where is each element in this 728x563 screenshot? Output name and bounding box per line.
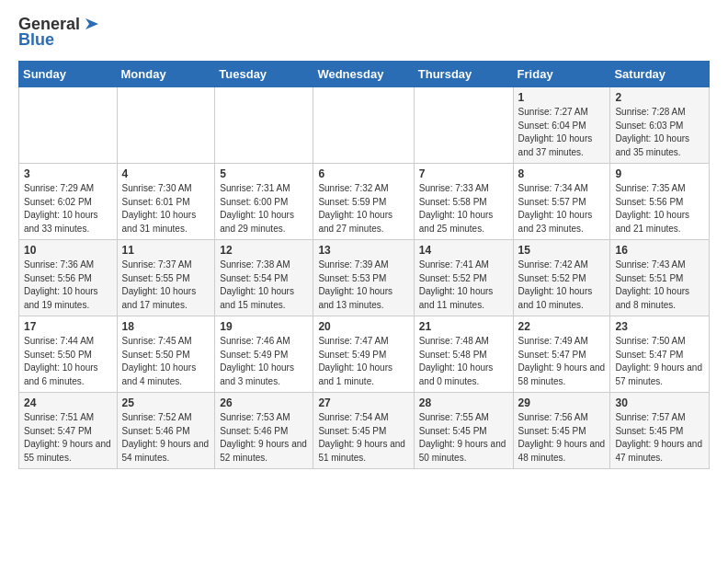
calendar-header-sunday: Sunday [19,62,118,87]
calendar-cell: 19Sunrise: 7:46 AM Sunset: 5:49 PM Dayli… [215,316,313,393]
day-info: Sunrise: 7:51 AM Sunset: 5:47 PM Dayligh… [24,411,112,465]
day-info: Sunrise: 7:35 AM Sunset: 5:56 PM Dayligh… [615,182,704,236]
day-info: Sunrise: 7:54 AM Sunset: 5:45 PM Dayligh… [318,411,408,465]
calendar-cell [19,87,118,164]
day-number: 9 [615,167,704,180]
calendar-header-friday: Friday [513,62,610,87]
calendar-header-saturday: Saturday [610,62,710,87]
calendar-cell: 16Sunrise: 7:43 AM Sunset: 5:51 PM Dayli… [610,240,710,316]
day-info: Sunrise: 7:43 AM Sunset: 5:51 PM Dayligh… [615,259,704,312]
calendar-week-row: 3Sunrise: 7:29 AM Sunset: 6:02 PM Daylig… [19,164,710,240]
day-info: Sunrise: 7:44 AM Sunset: 5:50 PM Dayligh… [24,335,112,388]
day-info: Sunrise: 7:53 AM Sunset: 5:46 PM Dayligh… [220,411,308,465]
day-info: Sunrise: 7:41 AM Sunset: 5:52 PM Dayligh… [419,259,508,312]
header: General Blue [18,15,710,50]
day-number: 29 [518,396,606,409]
day-number: 26 [220,396,308,409]
day-info: Sunrise: 7:56 AM Sunset: 5:45 PM Dayligh… [518,411,606,465]
calendar-week-row: 17Sunrise: 7:44 AM Sunset: 5:50 PM Dayli… [19,316,710,393]
calendar-cell: 17Sunrise: 7:44 AM Sunset: 5:50 PM Dayli… [19,316,118,393]
day-number: 28 [419,396,508,409]
svg-marker-0 [85,18,98,29]
calendar-cell: 4Sunrise: 7:30 AM Sunset: 6:01 PM Daylig… [117,164,215,240]
calendar-cell: 15Sunrise: 7:42 AM Sunset: 5:52 PM Dayli… [513,240,610,316]
calendar-header-monday: Monday [117,62,215,87]
day-number: 6 [318,167,408,180]
day-info: Sunrise: 7:32 AM Sunset: 5:59 PM Dayligh… [318,182,408,236]
day-info: Sunrise: 7:38 AM Sunset: 5:54 PM Dayligh… [220,259,308,312]
calendar-cell: 29Sunrise: 7:56 AM Sunset: 5:45 PM Dayli… [513,393,610,469]
logo: General Blue [18,15,102,50]
day-info: Sunrise: 7:39 AM Sunset: 5:53 PM Dayligh… [318,259,408,312]
day-info: Sunrise: 7:28 AM Sunset: 6:03 PM Dayligh… [615,106,704,159]
calendar-header-tuesday: Tuesday [215,62,313,87]
logo-blue-text: Blue [18,30,54,50]
day-number: 4 [122,167,210,180]
day-number: 27 [318,396,408,409]
calendar-cell: 21Sunrise: 7:48 AM Sunset: 5:48 PM Dayli… [414,316,513,393]
day-info: Sunrise: 7:55 AM Sunset: 5:45 PM Dayligh… [419,411,508,465]
calendar-cell: 2Sunrise: 7:28 AM Sunset: 6:03 PM Daylig… [610,87,710,164]
day-info: Sunrise: 7:42 AM Sunset: 5:52 PM Dayligh… [518,259,606,312]
day-info: Sunrise: 7:30 AM Sunset: 6:01 PM Dayligh… [122,182,210,236]
day-info: Sunrise: 7:57 AM Sunset: 5:45 PM Dayligh… [615,411,704,465]
calendar-cell: 18Sunrise: 7:45 AM Sunset: 5:50 PM Dayli… [117,316,215,393]
calendar-cell: 9Sunrise: 7:35 AM Sunset: 5:56 PM Daylig… [610,164,710,240]
calendar-cell: 1Sunrise: 7:27 AM Sunset: 6:04 PM Daylig… [513,87,610,164]
day-info: Sunrise: 7:36 AM Sunset: 5:56 PM Dayligh… [24,259,112,312]
day-number: 13 [318,244,408,257]
day-number: 30 [615,396,704,409]
calendar-cell: 5Sunrise: 7:31 AM Sunset: 6:00 PM Daylig… [215,164,313,240]
day-number: 24 [24,396,112,409]
day-info: Sunrise: 7:52 AM Sunset: 5:46 PM Dayligh… [122,411,210,465]
day-info: Sunrise: 7:29 AM Sunset: 6:02 PM Dayligh… [24,182,112,236]
calendar-week-row: 24Sunrise: 7:51 AM Sunset: 5:47 PM Dayli… [19,393,710,469]
day-number: 21 [419,320,508,333]
calendar-cell: 27Sunrise: 7:54 AM Sunset: 5:45 PM Dayli… [313,393,414,469]
day-info: Sunrise: 7:45 AM Sunset: 5:50 PM Dayligh… [122,335,210,388]
day-number: 10 [24,244,112,257]
day-info: Sunrise: 7:33 AM Sunset: 5:58 PM Dayligh… [419,182,508,236]
calendar-cell: 10Sunrise: 7:36 AM Sunset: 5:56 PM Dayli… [19,240,118,316]
day-info: Sunrise: 7:50 AM Sunset: 5:47 PM Dayligh… [615,335,704,388]
calendar-cell [117,87,215,164]
calendar-cell: 28Sunrise: 7:55 AM Sunset: 5:45 PM Dayli… [414,393,513,469]
day-info: Sunrise: 7:31 AM Sunset: 6:00 PM Dayligh… [220,182,308,236]
calendar-cell: 13Sunrise: 7:39 AM Sunset: 5:53 PM Dayli… [313,240,414,316]
day-number: 2 [615,91,704,104]
calendar-table: SundayMondayTuesdayWednesdayThursdayFrid… [18,61,710,469]
day-info: Sunrise: 7:37 AM Sunset: 5:55 PM Dayligh… [122,259,210,312]
day-number: 8 [518,167,606,180]
day-info: Sunrise: 7:46 AM Sunset: 5:49 PM Dayligh… [220,335,308,388]
day-number: 14 [419,244,508,257]
day-number: 18 [122,320,210,333]
calendar-cell: 22Sunrise: 7:49 AM Sunset: 5:47 PM Dayli… [513,316,610,393]
day-number: 16 [615,244,704,257]
day-number: 23 [615,320,704,333]
logo-arrow-icon [82,14,102,34]
day-number: 11 [122,244,210,257]
calendar-cell: 20Sunrise: 7:47 AM Sunset: 5:49 PM Dayli… [313,316,414,393]
day-info: Sunrise: 7:48 AM Sunset: 5:48 PM Dayligh… [419,335,508,388]
day-number: 15 [518,244,606,257]
calendar-cell: 8Sunrise: 7:34 AM Sunset: 5:57 PM Daylig… [513,164,610,240]
day-info: Sunrise: 7:49 AM Sunset: 5:47 PM Dayligh… [518,335,606,388]
day-number: 7 [419,167,508,180]
day-number: 1 [518,91,606,104]
day-info: Sunrise: 7:27 AM Sunset: 6:04 PM Dayligh… [518,106,606,159]
day-number: 22 [518,320,606,333]
calendar-cell: 12Sunrise: 7:38 AM Sunset: 5:54 PM Dayli… [215,240,313,316]
calendar-cell: 7Sunrise: 7:33 AM Sunset: 5:58 PM Daylig… [414,164,513,240]
calendar-week-row: 10Sunrise: 7:36 AM Sunset: 5:56 PM Dayli… [19,240,710,316]
day-number: 19 [220,320,308,333]
calendar-cell: 11Sunrise: 7:37 AM Sunset: 5:55 PM Dayli… [117,240,215,316]
calendar-cell: 14Sunrise: 7:41 AM Sunset: 5:52 PM Dayli… [414,240,513,316]
calendar-week-row: 1Sunrise: 7:27 AM Sunset: 6:04 PM Daylig… [19,87,710,164]
day-info: Sunrise: 7:47 AM Sunset: 5:49 PM Dayligh… [318,335,408,388]
calendar-cell: 30Sunrise: 7:57 AM Sunset: 5:45 PM Dayli… [610,393,710,469]
calendar-cell [215,87,313,164]
day-number: 3 [24,167,112,180]
calendar-cell: 3Sunrise: 7:29 AM Sunset: 6:02 PM Daylig… [19,164,118,240]
day-number: 5 [220,167,308,180]
calendar-header-wednesday: Wednesday [313,62,414,87]
